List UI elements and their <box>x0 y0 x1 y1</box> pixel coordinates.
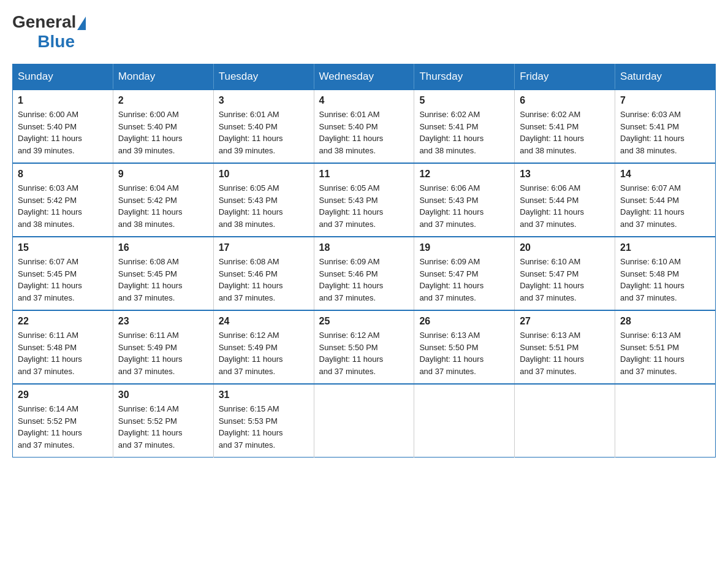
day-info: Sunrise: 6:03 AMSunset: 5:42 PMDaylight:… <box>18 182 108 230</box>
header-row: SundayMondayTuesdayWednesdayThursdayFrid… <box>13 64 716 90</box>
calendar-cell: 13Sunrise: 6:06 AMSunset: 5:44 PMDayligh… <box>515 163 615 237</box>
calendar-cell: 3Sunrise: 6:01 AMSunset: 5:40 PMDaylight… <box>213 90 314 163</box>
day-number: 21 <box>620 242 710 253</box>
calendar-header: SundayMondayTuesdayWednesdayThursdayFrid… <box>13 64 716 90</box>
day-info: Sunrise: 6:07 AMSunset: 5:44 PMDaylight:… <box>620 182 710 230</box>
calendar-cell: 8Sunrise: 6:03 AMSunset: 5:42 PMDaylight… <box>13 163 113 237</box>
calendar-cell: 17Sunrise: 6:08 AMSunset: 5:46 PMDayligh… <box>213 237 314 310</box>
calendar-cell: 7Sunrise: 6:03 AMSunset: 5:41 PMDaylight… <box>615 90 716 163</box>
day-number: 3 <box>219 95 309 106</box>
calendar-cell: 6Sunrise: 6:02 AMSunset: 5:41 PMDaylight… <box>515 90 615 163</box>
day-number: 26 <box>419 316 509 327</box>
day-number: 13 <box>520 169 610 180</box>
day-info: Sunrise: 6:11 AMSunset: 5:49 PMDaylight:… <box>118 329 208 377</box>
calendar-cell: 21Sunrise: 6:10 AMSunset: 5:48 PMDayligh… <box>615 237 716 310</box>
calendar-cell: 24Sunrise: 6:12 AMSunset: 5:49 PMDayligh… <box>213 310 314 384</box>
day-number: 24 <box>219 316 309 327</box>
day-info: Sunrise: 6:13 AMSunset: 5:51 PMDaylight:… <box>620 329 710 377</box>
day-number: 7 <box>620 95 710 106</box>
calendar-cell: 20Sunrise: 6:10 AMSunset: 5:47 PMDayligh… <box>515 237 615 310</box>
day-number: 9 <box>118 169 208 180</box>
day-info: Sunrise: 6:01 AMSunset: 5:40 PMDaylight:… <box>319 109 409 156</box>
calendar-table: SundayMondayTuesdayWednesdayThursdayFrid… <box>12 64 716 458</box>
day-info: Sunrise: 6:08 AMSunset: 5:45 PMDaylight:… <box>118 256 208 304</box>
calendar-cell: 22Sunrise: 6:11 AMSunset: 5:48 PMDayligh… <box>13 310 113 384</box>
calendar-cell: 18Sunrise: 6:09 AMSunset: 5:46 PMDayligh… <box>314 237 414 310</box>
day-number: 5 <box>419 95 509 106</box>
logo-blue-text: Blue <box>37 32 75 52</box>
day-number: 31 <box>219 389 309 400</box>
day-info: Sunrise: 6:04 AMSunset: 5:42 PMDaylight:… <box>118 182 208 230</box>
day-info: Sunrise: 6:00 AMSunset: 5:40 PMDaylight:… <box>118 109 208 156</box>
day-number: 28 <box>620 316 710 327</box>
day-info: Sunrise: 6:03 AMSunset: 5:41 PMDaylight:… <box>620 109 710 156</box>
header-day-tuesday: Tuesday <box>213 64 314 90</box>
day-info: Sunrise: 6:13 AMSunset: 5:51 PMDaylight:… <box>520 329 610 377</box>
calendar-cell: 23Sunrise: 6:11 AMSunset: 5:49 PMDayligh… <box>113 310 213 384</box>
day-number: 2 <box>118 95 208 106</box>
calendar-cell: 11Sunrise: 6:05 AMSunset: 5:43 PMDayligh… <box>314 163 414 237</box>
day-number: 6 <box>520 95 610 106</box>
day-info: Sunrise: 6:13 AMSunset: 5:50 PMDaylight:… <box>419 329 509 377</box>
day-info: Sunrise: 6:06 AMSunset: 5:43 PMDaylight:… <box>419 182 509 230</box>
day-number: 20 <box>520 242 610 253</box>
day-number: 29 <box>18 389 108 400</box>
logo: General Ge Blue <box>12 12 86 52</box>
day-number: 23 <box>118 316 208 327</box>
calendar-cell: 14Sunrise: 6:07 AMSunset: 5:44 PMDayligh… <box>615 163 716 237</box>
day-number: 16 <box>118 242 208 253</box>
day-info: Sunrise: 6:09 AMSunset: 5:46 PMDaylight:… <box>319 256 409 304</box>
day-info: Sunrise: 6:02 AMSunset: 5:41 PMDaylight:… <box>520 109 610 156</box>
calendar-cell: 10Sunrise: 6:05 AMSunset: 5:43 PMDayligh… <box>213 163 314 237</box>
day-number: 15 <box>18 242 108 253</box>
header-day-monday: Monday <box>113 64 213 90</box>
calendar-cell: 25Sunrise: 6:12 AMSunset: 5:50 PMDayligh… <box>314 310 414 384</box>
day-number: 25 <box>319 316 409 327</box>
day-info: Sunrise: 6:14 AMSunset: 5:52 PMDaylight:… <box>118 403 208 451</box>
calendar-cell: 29Sunrise: 6:14 AMSunset: 5:52 PMDayligh… <box>13 384 113 458</box>
day-number: 27 <box>520 316 610 327</box>
header-day-thursday: Thursday <box>414 64 515 90</box>
header-day-sunday: Sunday <box>13 64 113 90</box>
calendar-cell: 4Sunrise: 6:01 AMSunset: 5:40 PMDaylight… <box>314 90 414 163</box>
calendar-cell: 27Sunrise: 6:13 AMSunset: 5:51 PMDayligh… <box>515 310 615 384</box>
calendar-cell: 12Sunrise: 6:06 AMSunset: 5:43 PMDayligh… <box>414 163 515 237</box>
calendar-week-1: 1Sunrise: 6:00 AMSunset: 5:40 PMDaylight… <box>13 90 716 163</box>
calendar-week-5: 29Sunrise: 6:14 AMSunset: 5:52 PMDayligh… <box>13 384 716 458</box>
day-info: Sunrise: 6:12 AMSunset: 5:50 PMDaylight:… <box>319 329 409 377</box>
calendar-week-2: 8Sunrise: 6:03 AMSunset: 5:42 PMDaylight… <box>13 163 716 237</box>
calendar-cell <box>414 384 515 458</box>
calendar-cell: 15Sunrise: 6:07 AMSunset: 5:45 PMDayligh… <box>13 237 113 310</box>
day-number: 11 <box>319 169 409 180</box>
day-number: 19 <box>419 242 509 253</box>
day-number: 14 <box>620 169 710 180</box>
calendar-cell: 16Sunrise: 6:08 AMSunset: 5:45 PMDayligh… <box>113 237 213 310</box>
calendar-week-4: 22Sunrise: 6:11 AMSunset: 5:48 PMDayligh… <box>13 310 716 384</box>
calendar-cell: 19Sunrise: 6:09 AMSunset: 5:47 PMDayligh… <box>414 237 515 310</box>
day-info: Sunrise: 6:11 AMSunset: 5:48 PMDaylight:… <box>18 329 108 377</box>
day-number: 4 <box>319 95 409 106</box>
day-info: Sunrise: 6:14 AMSunset: 5:52 PMDaylight:… <box>18 403 108 451</box>
calendar-cell: 26Sunrise: 6:13 AMSunset: 5:50 PMDayligh… <box>414 310 515 384</box>
day-info: Sunrise: 6:10 AMSunset: 5:48 PMDaylight:… <box>620 256 710 304</box>
calendar-cell: 2Sunrise: 6:00 AMSunset: 5:40 PMDaylight… <box>113 90 213 163</box>
day-info: Sunrise: 6:12 AMSunset: 5:49 PMDaylight:… <box>219 329 309 377</box>
page-header: General Ge Blue <box>12 12 716 52</box>
calendar-cell <box>314 384 414 458</box>
day-number: 18 <box>319 242 409 253</box>
calendar-cell: 5Sunrise: 6:02 AMSunset: 5:41 PMDaylight… <box>414 90 515 163</box>
calendar-cell <box>615 384 716 458</box>
header-day-friday: Friday <box>515 64 615 90</box>
logo-triangle-icon <box>77 17 86 30</box>
calendar-cell: 30Sunrise: 6:14 AMSunset: 5:52 PMDayligh… <box>113 384 213 458</box>
day-info: Sunrise: 6:00 AMSunset: 5:40 PMDaylight:… <box>18 109 108 156</box>
day-info: Sunrise: 6:05 AMSunset: 5:43 PMDaylight:… <box>219 182 309 230</box>
day-number: 12 <box>419 169 509 180</box>
logo-general-text: General <box>12 12 76 32</box>
day-info: Sunrise: 6:02 AMSunset: 5:41 PMDaylight:… <box>419 109 509 156</box>
day-info: Sunrise: 6:01 AMSunset: 5:40 PMDaylight:… <box>219 109 309 156</box>
header-day-saturday: Saturday <box>615 64 716 90</box>
calendar-cell: 9Sunrise: 6:04 AMSunset: 5:42 PMDaylight… <box>113 163 213 237</box>
day-number: 1 <box>18 95 108 106</box>
calendar-week-3: 15Sunrise: 6:07 AMSunset: 5:45 PMDayligh… <box>13 237 716 310</box>
